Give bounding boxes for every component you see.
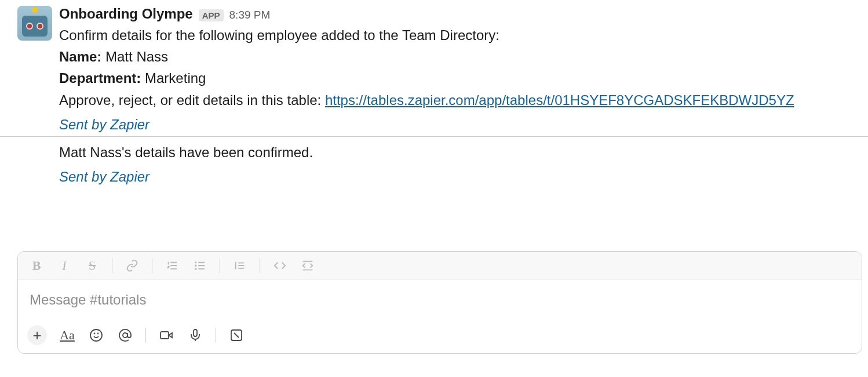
code-button[interactable] xyxy=(272,258,288,274)
bot-avatar xyxy=(17,6,52,41)
toolbar-separator xyxy=(145,328,146,343)
bullet-list-button[interactable] xyxy=(192,258,208,274)
message-name-line: Name: Matt Nass xyxy=(59,46,856,67)
emoji-button[interactable] xyxy=(87,327,105,344)
toolbar-separator xyxy=(112,258,112,273)
mention-button[interactable] xyxy=(116,327,134,344)
toolbar-separator xyxy=(220,258,220,273)
name-label: Name: xyxy=(59,49,101,64)
strikethrough-button[interactable]: S xyxy=(84,258,100,274)
shortcuts-button[interactable] xyxy=(228,327,245,344)
svg-point-16 xyxy=(123,333,127,338)
sent-by-zapier[interactable]: Sent by Zapier xyxy=(59,117,856,133)
message-intro: Confirm details for the following employ… xyxy=(59,24,856,46)
audio-button[interactable] xyxy=(187,327,204,344)
followup-text: Matt Nass's details have been confirmed. xyxy=(59,142,856,163)
name-value: Matt Nass xyxy=(105,49,168,64)
attach-button[interactable]: + xyxy=(27,325,47,345)
toolbar-separator xyxy=(260,258,260,273)
message-header: Onboarding Olympe APP 8:39 PM xyxy=(59,6,856,22)
app-badge: APP xyxy=(199,9,224,21)
followup-message: Matt Nass's details have been confirmed.… xyxy=(0,142,868,185)
dept-label: Department: xyxy=(59,70,141,86)
timestamp[interactable]: 8:39 PM xyxy=(229,9,271,21)
toolbar-separator xyxy=(216,328,216,343)
sender-name[interactable]: Onboarding Olympe xyxy=(59,6,193,22)
message-action-line: Approve, reject, or edit details in this… xyxy=(59,89,856,111)
svg-rect-19 xyxy=(194,329,197,336)
table-link[interactable]: https://tables.zapier.com/app/tables/t/0… xyxy=(325,92,794,108)
blockquote-button[interactable] xyxy=(232,258,248,274)
svg-rect-17 xyxy=(161,332,169,339)
formatting-toolbar: B I S xyxy=(18,252,862,280)
code-block-button[interactable] xyxy=(300,258,316,274)
message-dept-line: Department: Marketing xyxy=(59,67,856,89)
svg-point-8 xyxy=(195,269,196,270)
svg-point-7 xyxy=(195,265,196,266)
ordered-list-button[interactable] xyxy=(164,258,180,274)
message-body: Onboarding Olympe APP 8:39 PM Confirm de… xyxy=(59,6,856,133)
toolbar-separator xyxy=(152,258,152,273)
svg-point-15 xyxy=(98,334,99,334)
bold-button[interactable]: B xyxy=(28,258,45,274)
dept-value: Marketing xyxy=(145,70,206,86)
sent-by-zapier-2[interactable]: Sent by Zapier xyxy=(59,169,856,185)
action-prefix: Approve, reject, or edit details in this… xyxy=(59,92,325,108)
composer-actions: + Aa xyxy=(18,320,862,353)
video-button[interactable] xyxy=(158,327,175,344)
svg-point-14 xyxy=(94,334,95,334)
svg-line-22 xyxy=(234,333,239,338)
italic-button[interactable]: I xyxy=(56,258,72,274)
formatting-toggle-button[interactable]: Aa xyxy=(59,327,76,344)
message-composer: B I S Message xyxy=(17,251,862,354)
message-input[interactable]: Message #tutorials xyxy=(18,280,862,320)
link-button[interactable] xyxy=(124,258,140,274)
svg-point-6 xyxy=(195,262,196,263)
svg-point-13 xyxy=(90,329,102,341)
message-row: Onboarding Olympe APP 8:39 PM Confirm de… xyxy=(0,0,868,133)
new-message-divider xyxy=(0,136,868,137)
